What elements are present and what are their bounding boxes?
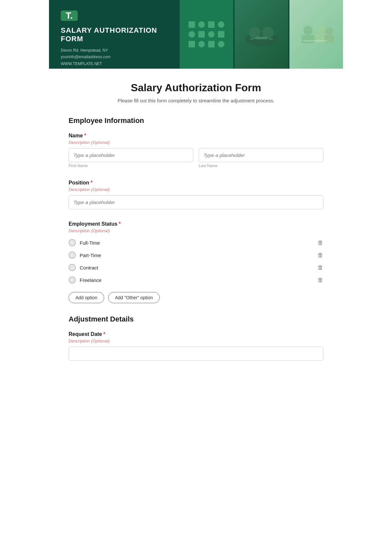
employment-status-required-star: *	[119, 221, 121, 227]
request-date-description: Description (Optional)	[69, 339, 323, 343]
last-name-wrap: Last Name	[199, 148, 323, 168]
add-option-button-row: Add option Add "Other" option	[69, 292, 323, 303]
request-date-input[interactable]	[69, 347, 323, 361]
radio-circle-fulltime[interactable]	[69, 239, 76, 246]
header-photo2	[289, 0, 343, 69]
svg-rect-11	[324, 35, 334, 43]
header-form-title: SALARY AUTHORIZATION FORM	[61, 26, 168, 43]
radio-options-list: Full-Time 🗑 Part-Time 🗑 Contract	[69, 236, 323, 286]
logo-box: T.	[61, 10, 78, 21]
radio-option-fulltime: Full-Time 🗑	[69, 236, 323, 249]
add-option-button[interactable]: Add option	[69, 292, 104, 303]
header-email: yourinfo@emailaddress.com	[61, 55, 110, 59]
first-name-wrap: First Name	[69, 148, 193, 168]
last-name-sublabel: Last Name	[199, 164, 323, 168]
employment-status-field-group: Employment Status* Description (Optional…	[69, 221, 323, 303]
request-date-field-group: Request Date* Description (Optional)	[69, 331, 323, 361]
name-description: Description (Optional)	[69, 140, 323, 145]
delete-contract-icon[interactable]: 🗑	[318, 264, 323, 271]
delete-parttime-icon[interactable]: 🗑	[318, 252, 323, 259]
radio-circle-parttime[interactable]	[69, 252, 76, 259]
first-name-input[interactable]	[69, 148, 193, 162]
logo-letter: T.	[66, 10, 73, 21]
name-field-group: Name* Description (Optional) First Name …	[69, 133, 323, 168]
first-name-sublabel: First Name	[69, 164, 193, 168]
form-title: Salary Authorization Form	[69, 82, 323, 94]
form-subtitle: Please fill out this form completely to …	[69, 98, 323, 103]
radio-label-parttime: Part-Time	[80, 252, 101, 258]
position-description: Description (Optional)	[69, 187, 323, 192]
employment-status-description: Description (Optional)	[69, 228, 323, 233]
employee-info-section: Employee Information Name* Description (…	[69, 116, 323, 303]
name-field-row: First Name Last Name	[69, 148, 323, 168]
header-photo1	[235, 0, 288, 69]
radio-circle-freelance[interactable]	[69, 276, 76, 284]
name-required-star: *	[84, 133, 86, 138]
adjustment-details-section: Adjustment Details Request Date* Descrip…	[69, 315, 323, 361]
position-field-group: Position* Description (Optional)	[69, 180, 323, 209]
name-label: Name*	[69, 133, 323, 139]
position-required-star: *	[90, 180, 92, 185]
page-header: T. SALARY AUTHORIZATION FORM Devon Rd. H…	[49, 0, 343, 69]
header-website: WWW.TEMPLATE.NET	[61, 61, 102, 66]
header-phone: 222 555 7777	[61, 68, 85, 69]
header-images	[180, 0, 343, 69]
header-left: T. SALARY AUTHORIZATION FORM Devon Rd. H…	[49, 0, 180, 69]
position-label: Position*	[69, 180, 323, 186]
svg-point-7	[317, 25, 326, 34]
position-input[interactable]	[69, 195, 323, 209]
last-name-input[interactable]	[199, 148, 323, 162]
radio-option-parttime: Part-Time 🗑	[69, 249, 323, 261]
radio-option-freelance: Freelance 🗑	[69, 274, 323, 286]
svg-rect-12	[303, 40, 328, 42]
main-content: Salary Authorization Form Please fill ou…	[49, 69, 343, 392]
svg-point-6	[303, 26, 313, 35]
add-other-option-button[interactable]: Add "Other" option	[108, 292, 160, 303]
radio-circle-contract[interactable]	[69, 264, 76, 271]
header-contact: Devon Rd. Hempstead, NY yourinfo@emailad…	[61, 47, 168, 69]
svg-rect-5	[255, 37, 267, 39]
adjustment-details-section-title: Adjustment Details	[69, 315, 323, 323]
employment-status-label: Employment Status*	[69, 221, 323, 227]
delete-freelance-icon[interactable]: 🗑	[318, 277, 323, 284]
employee-info-section-title: Employee Information	[69, 116, 323, 125]
svg-rect-9	[302, 35, 315, 43]
radio-label-fulltime: Full-Time	[80, 240, 100, 246]
radio-label-contract: Contract	[80, 265, 98, 270]
request-date-required-star: *	[103, 331, 105, 337]
request-date-label: Request Date*	[69, 331, 323, 337]
header-address: Devon Rd. Hempstead, NY	[61, 48, 108, 53]
radio-label-freelance: Freelance	[80, 277, 102, 283]
svg-point-8	[325, 27, 333, 35]
delete-fulltime-icon[interactable]: 🗑	[318, 239, 323, 246]
header-pattern-block	[180, 0, 233, 69]
radio-option-contract: Contract 🗑	[69, 261, 323, 274]
